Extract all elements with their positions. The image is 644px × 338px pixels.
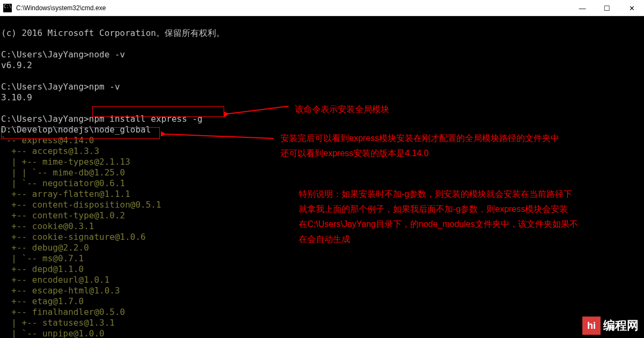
tree-line: `-- express@4.14.0 [1, 135, 94, 145]
output: v6.9.2 [1, 60, 32, 70]
tree-line: | +-- statuses@1.3.1 [1, 318, 115, 328]
annotation-1: 该命令表示安装全局模块 [295, 102, 389, 117]
tree-line: +-- content-disposition@0.5.1 [1, 200, 161, 210]
svg-line-0 [228, 106, 288, 114]
maximize-button[interactable]: ☐ [595, 0, 619, 16]
annotation-3-line-3: 在C:\Users\JayYang目录下，的node_modules文件夹中，该… [299, 217, 644, 232]
window-title-bar: C:\Windows\system32\cmd.exe — ☐ ✕ [0, 0, 644, 16]
tree-line: | `-- negotiator@0.6.1 [1, 178, 125, 188]
annotation-3: 特别说明：如果安装时不加-g参数，则安装的模块就会安装在当前路径下 就拿我上面的… [299, 187, 644, 247]
tree-line: +-- cookie-signature@1.0.6 [1, 232, 146, 242]
annotation-2-line-1: 安装完后可以看到express模块安装在刚才配置的全局模块路径的文件夹中 [280, 131, 644, 146]
terminal-area[interactable]: (c) 2016 Microsoft Corporation。保留所有权利。 C… [0, 16, 644, 338]
tree-line: | `-- ms@0.7.1 [1, 253, 84, 263]
tree-line: +-- etag@1.7.0 [1, 296, 84, 306]
watermark-icon: hi [582, 317, 601, 335]
tree-line: | | `-- mime-db@1.25.0 [1, 167, 125, 178]
tree-line: +-- finalhandler@0.5.0 [1, 307, 125, 317]
window-title: C:\Windows\system32\cmd.exe [16, 4, 106, 12]
minimize-button[interactable]: — [570, 0, 595, 16]
command: npm install express -g [89, 114, 203, 124]
tree-line: +-- encodeurl@1.0.1 [1, 275, 109, 285]
tree-line: +-- array-flatten@1.1.1 [1, 189, 130, 199]
tree-line: +-- cookie@0.3.1 [1, 221, 94, 231]
command: node -v [89, 49, 125, 60]
tree-line: | `-- unpipe@1.0.0 [1, 328, 105, 338]
annotation-3-line-1: 特别说明：如果安装时不加-g参数，则安装的模块就会安装在当前路径下 [299, 187, 644, 202]
tree-line: +-- depd@1.1.0 [1, 264, 84, 274]
annotation-2: 安装完后可以看到express模块安装在刚才配置的全局模块路径的文件夹中 还可以… [280, 131, 644, 161]
window-controls: — ☐ ✕ [570, 0, 644, 16]
annotation-3-line-2: 就拿我上面的那个例子，如果我后面不加-g参数，则express模块会安装 [299, 202, 644, 217]
command: npm -v [89, 82, 120, 92]
watermark: hi 编程网 [582, 317, 639, 335]
tree-line: +-- escape-html@1.0.3 [1, 285, 120, 296]
tree-line: +-- debug@2.2.0 [1, 243, 89, 253]
annotation-2-line-2: 还可以看到express安装的版本是4.14.0 [280, 146, 644, 161]
tree-line: +-- accepts@1.3.3 [1, 146, 99, 156]
prompt: C:\Users\JayYang> [1, 82, 89, 92]
svg-line-1 [165, 134, 273, 138]
copyright-line: (c) 2016 Microsoft Corporation。保留所有权利。 [1, 28, 225, 38]
output: 3.10.9 [1, 92, 32, 102]
arrow-2 [161, 129, 279, 156]
close-button[interactable]: ✕ [619, 0, 644, 16]
arrow-1 [224, 102, 294, 123]
prompt: C:\Users\JayYang> [1, 114, 89, 124]
prompt: C:\Users\JayYang> [1, 49, 89, 60]
tree-line: +-- content-type@1.0.2 [1, 210, 125, 221]
cmd-icon [3, 4, 12, 12]
output-path: D:\Develop\nodejs\node_global [1, 124, 151, 135]
tree-line: | +-- mime-types@2.1.13 [1, 157, 130, 167]
watermark-text: 编程网 [603, 320, 639, 331]
annotation-3-line-4: 在会自动生成 [299, 232, 644, 247]
